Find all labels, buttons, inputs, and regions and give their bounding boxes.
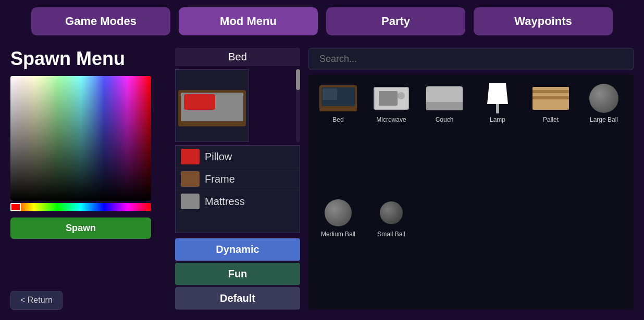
pallet-icon xyxy=(532,87,569,110)
return-button[interactable]: < Return xyxy=(10,291,63,310)
preview-scrollbar[interactable] xyxy=(296,69,300,142)
color-picker-wrapper xyxy=(10,76,151,211)
bed-3d-preview xyxy=(176,80,249,132)
search-input[interactable] xyxy=(308,48,634,70)
mattress-label: Mattress xyxy=(205,196,245,208)
part-mattress[interactable]: Mattress xyxy=(176,190,300,212)
grid-item-pallet[interactable]: Pallet xyxy=(526,80,575,190)
mattress-color-swatch xyxy=(181,194,200,209)
part-pillow[interactable]: Pillow xyxy=(176,146,300,168)
middle-panel: Bed Pillow Frame xyxy=(175,48,300,310)
scrollbar-thumb xyxy=(296,69,300,90)
grid-item-large-ball[interactable]: Large Ball xyxy=(579,80,628,190)
large-ball-label: Large Ball xyxy=(590,116,618,123)
hue-indicator xyxy=(10,203,21,211)
left-panel: Spawn Menu Spawn xyxy=(10,48,167,310)
pillow-label: Pillow xyxy=(205,151,232,163)
grid-item-microwave[interactable]: Microwave xyxy=(367,80,416,190)
microwave-icon-wrapper xyxy=(370,83,412,114)
preview-with-scroll xyxy=(175,69,300,142)
grid-item-small-ball[interactable]: Small Ball xyxy=(367,194,416,304)
lamp-pole xyxy=(496,104,499,113)
bed-icon xyxy=(319,85,357,111)
item-preview-header: Bed xyxy=(175,48,300,66)
top-nav: Game Modes Mod Menu Party Waypoints xyxy=(0,0,644,43)
couch-icon-wrapper xyxy=(424,83,465,114)
right-panel: Bed Microwave Couch xyxy=(308,48,634,310)
grid-item-medium-ball[interactable]: Medium Ball xyxy=(314,194,363,304)
color-hue-bar[interactable] xyxy=(10,203,151,211)
pillow-color-swatch xyxy=(181,149,200,164)
item-preview-box xyxy=(175,69,249,142)
frame-label: Frame xyxy=(205,173,235,185)
grid-item-bed[interactable]: Bed xyxy=(314,80,363,190)
grid-item-lamp[interactable]: Lamp xyxy=(473,80,522,190)
frame-color-swatch xyxy=(181,171,200,187)
part-frame[interactable]: Frame xyxy=(176,168,300,190)
microwave-label: Microwave xyxy=(376,116,406,123)
physics-default-btn[interactable]: Default xyxy=(175,287,300,310)
small-ball-label: Small Ball xyxy=(377,231,405,238)
color-gradient-black xyxy=(10,76,151,201)
bed-icon-wrapper xyxy=(317,83,359,114)
large-ball-icon-wrapper xyxy=(583,83,625,114)
pallet-icon-wrapper xyxy=(530,83,572,114)
lamp-icon xyxy=(487,83,508,113)
small-ball-icon xyxy=(380,201,403,224)
bed-label: Bed xyxy=(332,116,343,123)
couch-label: Couch xyxy=(436,116,454,123)
items-grid: Bed Microwave Couch xyxy=(308,74,634,310)
grid-item-couch[interactable]: Couch xyxy=(420,80,469,190)
nav-btn-mod-menu[interactable]: Mod Menu xyxy=(179,7,318,35)
physics-fun-btn[interactable]: Fun xyxy=(175,263,300,285)
microwave-icon xyxy=(374,87,409,110)
lamp-shade xyxy=(487,83,508,104)
physics-buttons: Dynamic Fun Default xyxy=(175,238,300,310)
nav-btn-waypoints[interactable]: Waypoints xyxy=(474,7,613,35)
lamp-label: Lamp xyxy=(490,116,505,123)
physics-dynamic-btn[interactable]: Dynamic xyxy=(175,238,300,261)
medium-ball-icon xyxy=(325,199,352,226)
nav-btn-party[interactable]: Party xyxy=(326,7,465,35)
spawn-button[interactable]: Spawn xyxy=(10,217,151,239)
pallet-label: Pallet xyxy=(543,116,559,123)
small-ball-icon-wrapper xyxy=(370,197,412,228)
medium-ball-icon-wrapper xyxy=(317,197,359,228)
medium-ball-label: Medium Ball xyxy=(321,231,355,238)
spawn-menu-title: Spawn Menu xyxy=(10,48,167,70)
couch-icon xyxy=(426,86,463,110)
large-ball-icon xyxy=(589,84,618,113)
lamp-icon-wrapper xyxy=(477,83,518,114)
main-content: Spawn Menu Spawn Bed xyxy=(0,43,644,315)
color-picker[interactable] xyxy=(10,76,151,201)
item-parts-list: Pillow Frame Mattress xyxy=(175,145,300,233)
nav-btn-game-modes[interactable]: Game Modes xyxy=(31,7,170,35)
bed-pillow-shape xyxy=(184,94,215,110)
